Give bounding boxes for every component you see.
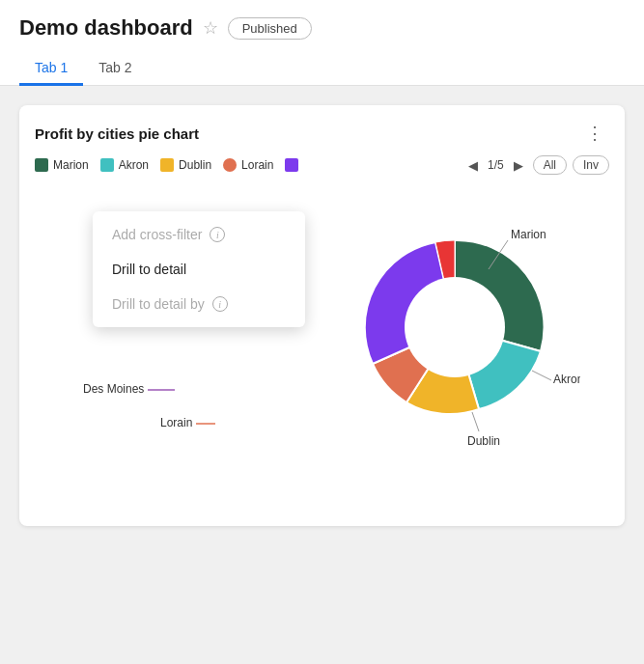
cross-filter-info-icon: i xyxy=(210,227,225,242)
legend-next-button[interactable]: ▶ xyxy=(510,156,527,174)
donut-chart: Marion Akron Dublin xyxy=(329,192,580,462)
legend-item-5 xyxy=(285,158,303,172)
drill-detail-by-info-icon: i xyxy=(212,296,228,312)
context-menu-drill-to-detail[interactable]: Drill to detail xyxy=(93,252,305,287)
tab-1[interactable]: Tab 1 xyxy=(19,52,83,86)
status-badge[interactable]: Published xyxy=(228,17,312,40)
chart-legend: Marion Akron Dublin Lorain ◀ 1/5 ▶ xyxy=(35,155,609,175)
favorite-icon[interactable]: ☆ xyxy=(203,17,218,39)
legend-item-lorain: Lorain xyxy=(223,158,273,172)
chart-options-button[interactable]: ⋮ xyxy=(580,121,609,146)
legend-label-marion: Marion xyxy=(53,158,89,172)
legend-page: 1/5 xyxy=(488,158,504,172)
tab-bar: Tab 1 Tab 2 xyxy=(19,52,625,85)
legend-item-dublin: Dublin xyxy=(160,158,211,172)
legend-color-dublin xyxy=(160,158,174,172)
legend-label-dublin: Dublin xyxy=(179,158,211,172)
legend-color-5 xyxy=(285,158,298,172)
svg-line-3 xyxy=(472,412,479,431)
page-header: Demo dashboard ☆ Published Tab 1 Tab 2 xyxy=(0,0,644,86)
label-des-moines: Des Moines xyxy=(83,380,177,400)
context-menu-add-cross-filter: Add cross-filter i xyxy=(93,217,305,252)
svg-point-0 xyxy=(405,277,505,377)
svg-line-2 xyxy=(532,371,551,380)
chart-area: Add cross-filter i Drill to detail Drill… xyxy=(35,182,609,511)
chart-title: Profit by cities pie chart xyxy=(35,125,199,142)
legend-label-akron: Akron xyxy=(119,158,149,172)
label-akron: Akron xyxy=(553,373,580,386)
chart-header: Profit by cities pie chart ⋮ xyxy=(35,121,609,146)
label-marion: Marion xyxy=(511,228,546,241)
context-menu-drill-to-detail-by: Drill to detail by i xyxy=(93,287,305,321)
legend-label-lorain: Lorain xyxy=(241,158,273,172)
legend-item-marion: Marion xyxy=(35,158,89,172)
tab-2[interactable]: Tab 2 xyxy=(83,52,147,86)
chart-card: Profit by cities pie chart ⋮ Marion Akro… xyxy=(19,105,625,526)
label-dublin: Dublin xyxy=(467,434,500,448)
legend-item-akron: Akron xyxy=(100,158,149,172)
legend-color-akron xyxy=(100,158,114,172)
main-content: Profit by cities pie chart ⋮ Marion Akro… xyxy=(0,86,644,545)
legend-controls: ◀ 1/5 ▶ All Inv xyxy=(464,155,609,175)
context-menu: Add cross-filter i Drill to detail Drill… xyxy=(93,211,305,327)
legend-prev-button[interactable]: ◀ xyxy=(464,156,482,174)
legend-color-lorain xyxy=(223,158,237,172)
page-title: Demo dashboard xyxy=(19,15,193,41)
label-lorain-chart: Lorain xyxy=(160,414,217,433)
inv-button[interactable]: Inv xyxy=(573,155,609,175)
legend-color-marion xyxy=(35,158,48,172)
header-top: Demo dashboard ☆ Published xyxy=(19,15,625,41)
all-button[interactable]: All xyxy=(533,155,567,175)
